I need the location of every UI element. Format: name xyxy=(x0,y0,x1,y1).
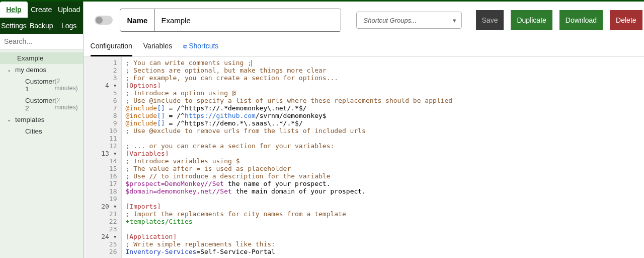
tree-group-label: templates xyxy=(15,116,45,123)
tree-group-label: my demos xyxy=(15,66,46,74)
tree-group-templates[interactable]: ⌄ templates xyxy=(0,114,83,125)
tree-item-meta: (2 minutes) xyxy=(55,78,78,93)
main-panel: Name Shortcut Groups... Save Duplicate D… xyxy=(84,2,644,258)
tree-item-label: Cities xyxy=(25,127,42,135)
name-label: Name xyxy=(120,9,155,31)
nav-help[interactable]: Help xyxy=(0,2,28,18)
tree-item-example[interactable]: Example xyxy=(0,52,83,64)
chevron-down-icon: ⌄ xyxy=(7,67,12,73)
tree-group-my-demos[interactable]: ⌄ my demos xyxy=(0,64,83,76)
tree-item-customer-2[interactable]: Customer 2 (2 minutes) xyxy=(0,95,83,114)
name-field: Name xyxy=(120,9,341,32)
nav-backup[interactable]: Backup xyxy=(28,18,55,34)
sidebar: Help Create Upload Settings Backup Logs … xyxy=(0,2,84,258)
config-tree: Example ⌄ my demos Customer 1 (2 minutes… xyxy=(0,49,83,140)
tree-item-label: Customer 1 xyxy=(25,78,55,93)
enable-toggle[interactable] xyxy=(95,16,113,25)
chevron-down-icon: ⌄ xyxy=(7,117,12,122)
code-editor[interactable]: 1 2 3 4 ▾ 5 6 7 8 9 10 11 12 13 ▾ 14 15 … xyxy=(84,57,644,258)
shortcut-groups-dropdown[interactable]: Shortcut Groups... xyxy=(356,12,462,29)
top-bar: Name Shortcut Groups... Save Duplicate D… xyxy=(84,2,644,38)
tree-item-meta: (2 minutes) xyxy=(55,97,78,112)
nav-settings[interactable]: Settings xyxy=(0,18,28,34)
nav-logs[interactable]: Logs xyxy=(55,18,83,34)
nav-upload[interactable]: Upload xyxy=(55,2,83,18)
tab-bar: Configuration Variables Shortcuts xyxy=(84,38,644,57)
duplicate-button[interactable]: Duplicate xyxy=(511,10,552,30)
tree-item-label: Customer 2 xyxy=(25,97,55,112)
tree-item-customer-1[interactable]: Customer 1 (2 minutes) xyxy=(0,76,83,95)
tab-configuration[interactable]: Configuration xyxy=(91,38,132,56)
search-input[interactable] xyxy=(0,34,83,49)
tree-item-cities[interactable]: Cities xyxy=(0,125,83,137)
line-gutter: 1 2 3 4 ▾ 5 6 7 8 9 10 11 12 13 ▾ 14 15 … xyxy=(84,57,122,258)
code-content[interactable]: ; You can write comments using ; ; Secti… xyxy=(122,57,645,258)
tab-shortcuts[interactable]: Shortcuts xyxy=(183,38,218,56)
tab-variables[interactable]: Variables xyxy=(143,38,172,56)
download-button[interactable]: Download xyxy=(559,10,603,30)
nav-create[interactable]: Create xyxy=(28,2,55,18)
delete-button[interactable]: Delete xyxy=(610,10,642,30)
save-button[interactable]: Save xyxy=(476,10,504,30)
top-nav: Help Create Upload Settings Backup Logs xyxy=(0,2,83,34)
name-input[interactable] xyxy=(155,9,340,31)
